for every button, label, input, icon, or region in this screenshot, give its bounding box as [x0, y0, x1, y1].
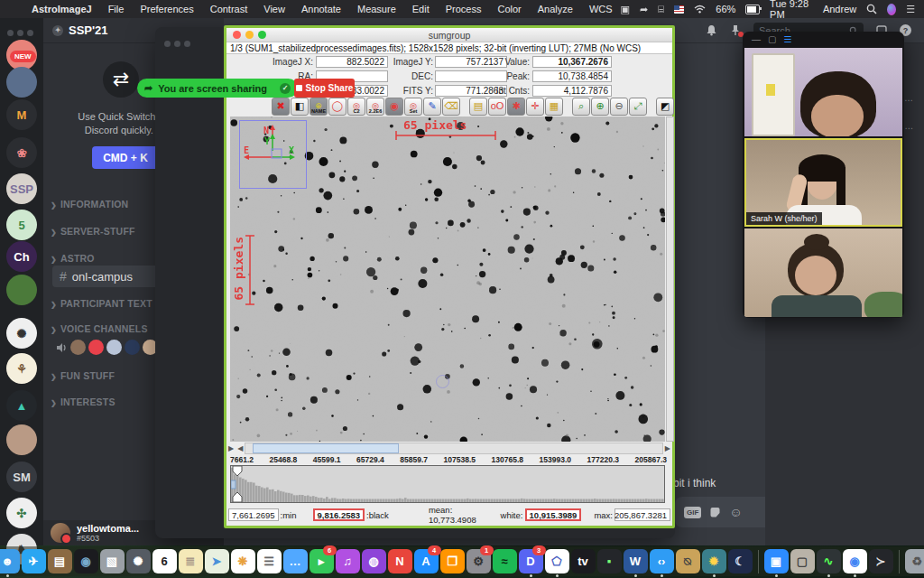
tool-zoom-fit[interactable]: ⤢ — [629, 98, 647, 116]
dock-music[interactable]: ♫ — [336, 549, 360, 573]
tool-aperture-c2[interactable]: ◎C2 — [347, 98, 365, 116]
dock-news[interactable]: N — [388, 549, 412, 573]
white-value-box[interactable]: 10,915.3989 — [525, 508, 581, 521]
scroll-right-arrow[interactable]: ▶ — [663, 444, 672, 452]
tool-aperture-set[interactable]: ◎Set — [404, 98, 422, 116]
server-five[interactable]: 5 — [6, 210, 37, 240]
dock-podcasts[interactable]: ◍ — [362, 549, 386, 573]
zoom-title-bar[interactable]: — ▢ ☰ — [743, 32, 904, 47]
server-triangle[interactable]: ▲ — [6, 390, 37, 421]
dock-books[interactable]: ❐ — [440, 549, 465, 573]
play-button[interactable]: ▶ — [226, 444, 236, 452]
tool-invert-lut[interactable]: ◩ — [656, 98, 674, 116]
dock-planetarium[interactable]: ⍉ — [676, 549, 700, 573]
dock-word[interactable]: W — [624, 549, 648, 573]
tool-aperture[interactable]: ◯ — [328, 98, 346, 116]
discord-window-controls[interactable] — [7, 23, 37, 40]
tool-clear-table[interactable]: ▤ — [469, 98, 487, 116]
dock-notes[interactable]: ≣ — [179, 549, 203, 573]
dock-zoom[interactable]: ▣ — [764, 549, 789, 573]
menu-item-color[interactable]: Color — [489, 4, 529, 14]
scroll-left-arrow[interactable]: ◀ — [236, 444, 245, 452]
dock-siri[interactable]: ◉ — [74, 549, 98, 573]
dock-system-preferences[interactable]: ⚙1 — [467, 549, 491, 573]
background-window-controls[interactable] — [164, 34, 194, 51]
dock-terminal[interactable]: ▪ — [597, 549, 622, 573]
video-participant[interactable]: Sarah W (she/her) — [744, 138, 902, 227]
tool-clear-apertures[interactable]: ⌫ — [442, 98, 460, 116]
dock-finder[interactable]: ☻ — [0, 549, 20, 573]
zoom-minimize-icon[interactable]: — — [752, 34, 761, 44]
tool-measurement-table[interactable]: ▦ — [545, 98, 563, 116]
scrollbar-thumb[interactable] — [253, 443, 399, 453]
sticker-picker-icon[interactable] — [709, 507, 721, 518]
dock-calendar[interactable]: 6 — [152, 549, 177, 573]
server-pepe[interactable] — [6, 275, 37, 305]
menu-item-file[interactable]: File — [100, 4, 133, 14]
horizontal-scrollbar[interactable]: ▶ ◀ ▶ — [226, 443, 672, 454]
dock-shell[interactable]: ≻ — [869, 549, 893, 573]
dock-apple-tv[interactable]: tv — [571, 549, 596, 573]
menu-item-wcs[interactable]: WCS — [581, 4, 621, 14]
dock-trash[interactable]: ♻ — [905, 549, 924, 573]
dock-spotify[interactable]: ≈ — [493, 549, 517, 573]
tool-aperture-ring[interactable]: ◉ — [385, 98, 403, 116]
server-plant[interactable]: ⚘ — [6, 353, 37, 384]
dock-vscode[interactable]: ‹› — [650, 549, 674, 573]
server-user-avatar[interactable] — [6, 67, 37, 98]
field-value-value[interactable]: 10,367.2676 — [532, 56, 612, 68]
user-avatar[interactable] — [51, 523, 70, 543]
tool-zoom-in[interactable]: ⊕ — [591, 98, 609, 116]
server-patriots[interactable]: ✣ — [6, 498, 37, 528]
tool-centroid[interactable]: ✛ — [526, 98, 544, 116]
quick-switcher-shortcut[interactable]: CMD + K — [92, 146, 159, 169]
field-value-peak[interactable]: 10,738.4854 — [532, 70, 612, 82]
video-camera-icon[interactable]: ▣ — [621, 4, 630, 15]
bell-icon[interactable] — [706, 24, 717, 36]
server-ch[interactable]: Ch — [6, 241, 37, 272]
dock-screenshot[interactable]: ▢ — [790, 549, 815, 573]
dock-maps[interactable]: ➤ — [205, 549, 229, 573]
fits-image-canvas[interactable]: N Y E X 65 pixels 65 pixels — [230, 117, 665, 442]
tool-align-stack[interactable]: ✱ — [507, 98, 525, 116]
voice-user-avatar[interactable] — [106, 340, 122, 355]
dock-messages[interactable]: … — [283, 549, 308, 573]
video-participant[interactable] — [744, 48, 902, 136]
tool-edit-apertures[interactable]: ✎ — [423, 98, 441, 116]
menu-item-process[interactable]: Process — [438, 4, 490, 14]
tool-copy-bw[interactable]: ◧ — [291, 98, 309, 116]
wifi-icon[interactable] — [694, 5, 706, 14]
dock-safari[interactable]: ✈ — [22, 549, 46, 573]
tool-aperture-scale[interactable]: ◎2.2E6 — [366, 98, 384, 116]
tool-zoom-in-fast[interactable]: ⌕ — [572, 98, 590, 116]
gif-picker-icon[interactable]: GIF — [684, 507, 701, 518]
histogram-min-handle[interactable] — [231, 466, 245, 502]
server-m-logo[interactable]: M — [6, 99, 37, 130]
server-sm[interactable]: SM — [6, 461, 37, 492]
menu-user[interactable]: Andrew — [823, 4, 856, 14]
min-value-box[interactable]: 7,661.2695 — [228, 508, 279, 521]
zoom-gallery-icon[interactable]: ☰ — [783, 34, 791, 44]
dock-discord[interactable]: D3 — [519, 549, 543, 573]
dock-activity-monitor[interactable]: ∿ — [817, 549, 841, 573]
dock-reminders[interactable]: ☰ — [257, 549, 282, 573]
menu-item-view[interactable]: View — [255, 4, 293, 14]
vertical-scrollbar[interactable] — [666, 117, 674, 442]
dock-preview[interactable]: ▧ — [100, 549, 125, 573]
video-participant[interactable] — [744, 228, 902, 317]
menu-item-preferences[interactable]: Preferences — [132, 4, 201, 14]
menu-item-annotate[interactable]: Annotate — [293, 4, 349, 14]
dock-night-sky[interactable]: ☾ — [728, 549, 753, 573]
histogram[interactable] — [230, 465, 665, 503]
menu-item-measure[interactable]: Measure — [349, 4, 404, 14]
server-face[interactable] — [6, 424, 37, 455]
display-icon[interactable]: ⌸ — [658, 4, 664, 15]
pin-icon[interactable] — [730, 24, 741, 36]
tool-delete-roi[interactable]: ✖ — [272, 98, 290, 116]
menu-item-contrast[interactable]: Contrast — [202, 4, 256, 14]
tool-zoom-out[interactable]: ⊖ — [610, 98, 628, 116]
menu-clock[interactable]: Tue 9:28 PM — [770, 0, 813, 20]
voice-user-avatar[interactable] — [88, 340, 104, 355]
server-ssp[interactable]: SSP — [6, 173, 37, 204]
dock-stellarium[interactable]: ✹ — [702, 549, 726, 573]
